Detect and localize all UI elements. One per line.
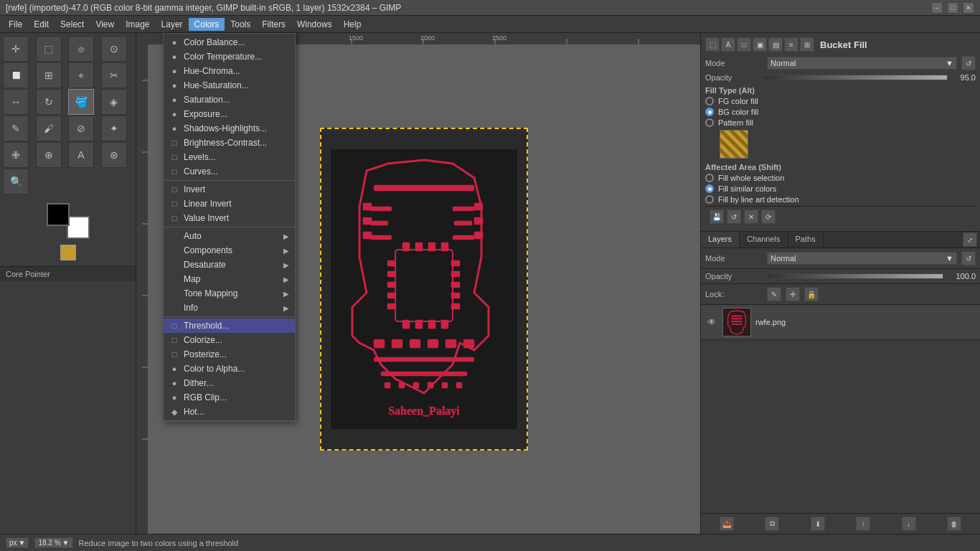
menu-auto[interactable]: Auto ▶ [164, 229, 295, 243]
menu-color-temperature[interactable]: ● Color Temperature... [164, 50, 295, 64]
tool-airbrush[interactable]: ✦ [101, 116, 127, 141]
mode-reset-icon[interactable]: ↺ [961, 56, 976, 70]
layer-merge-down[interactable]: ⬇ [811, 517, 825, 531]
layer-new-from-visible[interactable]: 📤 [720, 517, 734, 531]
menu-components[interactable]: Components ▶ [164, 243, 295, 258]
panel-restore-icon[interactable]: ↺ [727, 209, 741, 224]
mode-dropdown[interactable]: Normal ▼ [767, 57, 957, 70]
menu-levels[interactable]: □ Levels... [164, 150, 295, 164]
tool-clone[interactable]: ⊕ [36, 142, 62, 168]
fill-by-line-art-radio[interactable] [705, 195, 714, 204]
panel-icon-6[interactable]: ≡ [784, 37, 798, 52]
tab-layers[interactable]: Layers [701, 232, 740, 248]
colors-menu[interactable]: ● Color Balance... ● Color Temperature..… [163, 33, 296, 422]
active-color-indicator[interactable] [60, 245, 76, 260]
panel-icon-3[interactable]: □ [737, 37, 751, 52]
panel-icon-7[interactable]: ⊞ [800, 37, 814, 52]
tool-crop[interactable]: ✂ [101, 62, 127, 88]
menu-hue-saturation[interactable]: ● Hue-Saturation... [164, 78, 295, 93]
menu-file[interactable]: File [3, 18, 28, 31]
panel-save-icon[interactable]: 💾 [710, 209, 724, 224]
tool-flip[interactable]: ↔ [3, 89, 29, 115]
opacity-bar[interactable] [763, 75, 948, 80]
menu-colors[interactable]: Colors [189, 18, 225, 31]
layer-move-up[interactable]: ↑ [856, 517, 870, 531]
tool-magnify[interactable]: 🔍 [3, 169, 29, 194]
menu-brightness-contrast[interactable]: □ Brightness-Contrast... [164, 136, 295, 150]
fill-similar-colors-radio[interactable] [705, 184, 714, 193]
menu-map[interactable]: Map ▶ [164, 272, 295, 286]
tab-channels[interactable]: Channels [740, 232, 788, 248]
tool-text[interactable]: A [68, 142, 94, 168]
menu-color-balance[interactable]: ● Color Balance... [164, 35, 295, 50]
menu-exposure[interactable]: ● Exposure... [164, 107, 295, 121]
tool-rotate[interactable]: ↻ [36, 89, 62, 115]
menu-value-invert[interactable]: □ Value Invert [164, 211, 295, 225]
menu-curves[interactable]: □ Curves... [164, 164, 295, 179]
tool-shear[interactable]: ⌖ [68, 62, 94, 88]
tool-perspective[interactable]: ⊛ [101, 142, 127, 168]
menu-edit[interactable]: Edit [28, 18, 55, 31]
tab-paths[interactable]: Paths [788, 232, 824, 248]
menu-hot[interactable]: ◆ Hot... [164, 405, 295, 419]
tool-scale[interactable]: ⊞ [36, 62, 62, 88]
panel-icon-1[interactable]: ⬚ [705, 37, 720, 52]
fg-color-box[interactable] [47, 203, 70, 226]
menu-tone-mapping[interactable]: Tone Mapping ▶ [164, 286, 295, 301]
tool-paintbrush[interactable]: 🖌 [36, 116, 62, 141]
menu-info[interactable]: Info ▶ [164, 301, 295, 315]
layers-mode-reset[interactable]: ↺ [961, 251, 976, 265]
menu-image[interactable]: Image [120, 18, 155, 31]
menu-help[interactable]: Help [338, 18, 367, 31]
tool-bucket-fill[interactable]: 🪣 [68, 89, 94, 115]
tool-rect-select[interactable]: ⬚ [36, 36, 62, 62]
tool-pencil[interactable]: ✎ [3, 116, 29, 141]
menu-layer[interactable]: Layer [156, 18, 189, 31]
menu-posterize[interactable]: □ Posterize... [164, 347, 295, 362]
maximize-button[interactable]: □ [947, 2, 958, 14]
minimize-button[interactable]: – [931, 2, 943, 14]
layers-opacity-bar[interactable] [767, 273, 943, 279]
layers-panel-expand[interactable]: ⤢ [963, 232, 977, 247]
menu-threshold[interactable]: □ Threshold... [164, 319, 295, 333]
menu-dither[interactable]: ● Dither... [164, 376, 295, 390]
tool-move[interactable]: ✛ [3, 36, 29, 62]
fill-whole-selection-radio[interactable] [705, 174, 714, 182]
layer-duplicate[interactable]: ⧉ [765, 517, 779, 531]
panel-icon-4[interactable]: ▣ [753, 37, 767, 52]
fg-color-fill-radio[interactable] [705, 97, 714, 105]
tool-fuzzy-select[interactable]: ⊙ [101, 36, 127, 62]
tool-eraser[interactable]: ⊘ [68, 116, 94, 141]
zoom-selector[interactable]: 18.2 % ▼ [34, 537, 72, 548]
menu-hue-chroma[interactable]: ● Hue-Chroma... [164, 64, 295, 78]
unit-selector[interactable]: px ▼ [6, 537, 29, 548]
menu-select[interactable]: Select [55, 18, 90, 31]
bg-color-fill-radio[interactable] [705, 108, 714, 116]
menu-tools[interactable]: Tools [225, 18, 256, 31]
menu-color-to-alpha[interactable]: ● Color to Alpha... [164, 362, 295, 376]
tool-heal[interactable]: ✙ [3, 142, 29, 168]
menu-rgb-clip[interactable]: ● RGB Clip... [164, 390, 295, 405]
pattern-fill-radio[interactable] [705, 118, 714, 127]
panel-delete-icon[interactable]: ✕ [744, 209, 758, 224]
layers-mode-dropdown[interactable]: Normal ▼ [767, 252, 957, 265]
menu-windows[interactable]: Windows [291, 18, 338, 31]
menu-invert[interactable]: □ Invert [164, 182, 295, 197]
menu-saturation[interactable]: ● Saturation... [164, 93, 295, 107]
menu-linear-invert[interactable]: □ Linear Invert [164, 197, 295, 211]
lock-position-icon[interactable]: ✛ [786, 287, 800, 301]
bg-color-box[interactable] [67, 216, 90, 239]
panel-refresh-icon[interactable]: ⟳ [761, 209, 776, 224]
close-button[interactable]: ✕ [963, 2, 974, 14]
pattern-preview[interactable] [720, 130, 748, 159]
menu-colorize[interactable]: □ Colorize... [164, 333, 295, 347]
tool-free-select[interactable]: ⌾ [68, 36, 94, 62]
tool-blend[interactable]: ◈ [101, 89, 127, 115]
layer-delete[interactable]: 🗑 [947, 517, 961, 531]
lock-pixels-icon[interactable]: ✎ [767, 287, 781, 301]
layer-move-down[interactable]: ↓ [902, 517, 916, 531]
panel-icon-2[interactable]: A [721, 37, 735, 52]
lock-all-icon[interactable]: 🔒 [804, 287, 819, 301]
menu-desaturate[interactable]: Desaturate ▶ [164, 258, 295, 272]
tool-color-picker[interactable]: 🔲 [3, 62, 29, 88]
